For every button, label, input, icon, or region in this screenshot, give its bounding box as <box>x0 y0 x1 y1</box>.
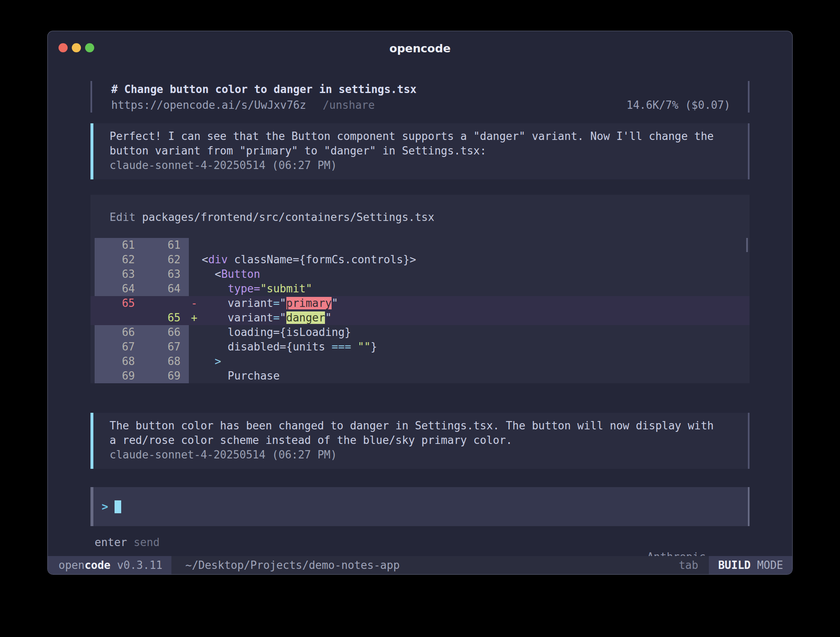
hint-bar: enter send Anthropic Claude Sonnet 4 <box>90 535 750 550</box>
working-directory: ~/Desktop/Projects/demo-notes-app <box>185 559 400 571</box>
app-version: v0.3.11 <box>110 559 162 571</box>
share-url[interactable]: https://opencode.ai/s/UwJxv76z <box>111 98 306 113</box>
mode-suffix: MODE <box>751 559 783 571</box>
enter-key-hint: enter <box>95 535 127 550</box>
edit-tool-header: Edit packages/frontend/src/containers/Se… <box>90 195 750 225</box>
diff-row: 6464 type="submit" <box>90 282 750 296</box>
status-bar: opencode v0.3.11 ~/Desktop/Projects/demo… <box>48 556 792 574</box>
app-name-code: code <box>85 559 111 571</box>
message-text: Perfect! I can see that the Button compo… <box>110 129 740 144</box>
mode-indicator: BUILD MODE <box>709 556 792 574</box>
diff-row: 6767 disabled={units === ""} <box>90 340 750 354</box>
opencode-window: opencode # Change button color to danger… <box>47 31 793 575</box>
titlebar: opencode <box>48 31 792 59</box>
mode-name: BUILD <box>718 559 750 571</box>
message-text: The button color has been changed to dan… <box>110 419 740 433</box>
diff-row: 65+ variant="danger" <box>90 311 750 325</box>
diff-scrollbar-thumb[interactable] <box>746 238 748 252</box>
diff-row: 65- variant="primary" <box>90 296 750 311</box>
text-cursor <box>115 500 121 513</box>
prompt-input[interactable]: > <box>90 487 750 526</box>
diff-row: 6666 loading={isLoading} <box>90 325 750 340</box>
send-action-hint: send <box>127 535 159 550</box>
diff-row: 6161 <box>90 238 750 252</box>
assistant-message-2: The button color has been changed to dan… <box>90 413 750 469</box>
token-usage: 14.6K/7% ($0.07) <box>627 98 730 113</box>
unshare-command[interactable]: /unshare <box>323 98 375 113</box>
edit-file-path: packages/frontend/src/containers/Setting… <box>142 211 434 223</box>
diff-row: 6262<div className={formCs.controls}> <box>90 252 750 267</box>
window-title: opencode <box>48 42 792 55</box>
diff-row: 6868 > <box>90 354 750 369</box>
edit-tool-card: Edit packages/frontend/src/containers/Se… <box>90 195 750 383</box>
prompt-symbol: > <box>102 500 115 513</box>
diff-row: 6969 Purchase <box>90 369 750 383</box>
assistant-message-1: Perfect! I can see that the Button compo… <box>90 123 750 179</box>
app-version-segment: opencode v0.3.11 <box>48 556 171 574</box>
message-text: button variant from "primary" to "danger… <box>110 144 740 158</box>
app-name-open: open <box>59 559 85 571</box>
session-header: # Change button color to danger in setti… <box>90 81 750 113</box>
message-model-timestamp: claude-sonnet-4-20250514 (06:27 PM) <box>110 448 740 462</box>
tab-key-hint: tab <box>679 559 698 571</box>
edit-tool-verb: Edit <box>110 211 142 223</box>
message-text: a red/rose color scheme instead of the b… <box>110 433 740 448</box>
message-model-timestamp: claude-sonnet-4-20250514 (06:27 PM) <box>110 158 740 173</box>
session-title: # Change button color to danger in setti… <box>111 81 748 98</box>
diff-row: 6363 <Button <box>90 267 750 282</box>
diff: 61616262<div className={formCs.controls}… <box>90 238 750 383</box>
